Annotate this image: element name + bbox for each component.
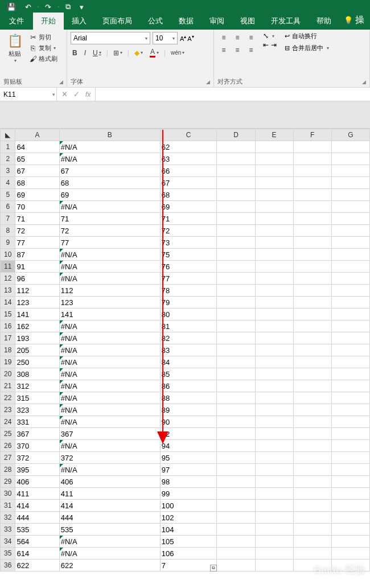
phonetic-button[interactable]: wén▾ bbox=[169, 48, 186, 57]
cell[interactable]: 87 bbox=[15, 249, 59, 261]
cell[interactable] bbox=[293, 201, 331, 213]
cell[interactable] bbox=[217, 261, 255, 273]
cell[interactable] bbox=[255, 404, 293, 416]
cell[interactable] bbox=[331, 356, 369, 368]
row-header[interactable]: 27 bbox=[1, 452, 15, 464]
cell[interactable]: 75 bbox=[160, 249, 217, 261]
cell[interactable] bbox=[331, 141, 369, 153]
cell[interactable] bbox=[255, 428, 293, 440]
cell[interactable] bbox=[217, 512, 255, 524]
cell[interactable] bbox=[293, 141, 331, 153]
font-size-combo[interactable]: 10▾ bbox=[153, 32, 178, 44]
row-header[interactable]: 10 bbox=[1, 249, 15, 261]
cell[interactable]: 102 bbox=[160, 512, 217, 524]
row-header[interactable]: 26 bbox=[1, 440, 15, 452]
worksheet-grid[interactable]: ◣ABCDEFG 164#N/A62265#N/A633676766468686… bbox=[0, 129, 370, 571]
cell[interactable]: 68 bbox=[59, 177, 160, 189]
cell[interactable]: 99 bbox=[160, 488, 217, 500]
align-center-button[interactable]: ≡ bbox=[231, 44, 244, 56]
cell[interactable]: 411 bbox=[15, 488, 59, 500]
cell[interactable] bbox=[331, 309, 369, 320]
cell[interactable] bbox=[217, 189, 255, 201]
cell[interactable] bbox=[331, 368, 369, 380]
cell[interactable] bbox=[331, 488, 369, 500]
align-top-button[interactable]: ≡ bbox=[217, 32, 230, 43]
paste-button[interactable]: 📋 粘贴 ▾ bbox=[3, 32, 26, 64]
tab-数据[interactable]: 数据 bbox=[171, 13, 202, 30]
cell[interactable] bbox=[217, 141, 255, 153]
cell[interactable] bbox=[293, 189, 331, 201]
cell[interactable] bbox=[293, 500, 331, 512]
cell[interactable]: 331 bbox=[15, 416, 59, 428]
cell[interactable] bbox=[293, 297, 331, 309]
cell[interactable]: 63 bbox=[160, 153, 217, 165]
cancel-formula-button[interactable]: ✕ bbox=[61, 90, 68, 98]
cell[interactable] bbox=[293, 476, 331, 488]
cell[interactable]: 72 bbox=[160, 225, 217, 237]
clipboard-dialog-launcher[interactable]: ◢ bbox=[59, 79, 63, 85]
cell[interactable] bbox=[217, 464, 255, 476]
cell[interactable] bbox=[217, 368, 255, 380]
cell[interactable] bbox=[331, 189, 369, 201]
row-header[interactable]: 14 bbox=[1, 297, 15, 309]
cell[interactable] bbox=[331, 165, 369, 177]
cell[interactable]: 308 bbox=[15, 368, 59, 380]
cell[interactable]: 406 bbox=[59, 476, 160, 488]
cell[interactable] bbox=[331, 201, 369, 213]
cell[interactable]: 68 bbox=[160, 189, 217, 201]
format-painter-button[interactable]: 🖌格式刷 bbox=[28, 54, 57, 64]
cell[interactable]: 141 bbox=[59, 309, 160, 320]
cell[interactable] bbox=[293, 165, 331, 177]
cell[interactable] bbox=[217, 225, 255, 237]
autofill-options-button[interactable]: ⧉ bbox=[210, 565, 217, 571]
cell[interactable] bbox=[255, 344, 293, 356]
cell[interactable]: #N/A bbox=[59, 548, 160, 560]
cell[interactable]: 72 bbox=[59, 225, 160, 237]
cell[interactable]: 78 bbox=[160, 285, 217, 297]
cell[interactable] bbox=[293, 177, 331, 189]
row-header[interactable]: 33 bbox=[1, 524, 15, 536]
cell[interactable]: 414 bbox=[59, 500, 160, 512]
row-header[interactable]: 18 bbox=[1, 344, 15, 356]
cell[interactable] bbox=[255, 356, 293, 368]
cell[interactable]: 71 bbox=[59, 213, 160, 225]
cell[interactable] bbox=[217, 524, 255, 536]
row-header[interactable]: 30 bbox=[1, 488, 15, 500]
col-header-G[interactable]: G bbox=[331, 129, 369, 141]
italic-button[interactable]: I bbox=[83, 48, 88, 58]
cell[interactable] bbox=[217, 416, 255, 428]
select-all-corner[interactable]: ◣ bbox=[1, 129, 15, 141]
cell[interactable]: 88 bbox=[160, 392, 217, 404]
cell[interactable]: 622 bbox=[59, 560, 160, 571]
cell[interactable]: 62 bbox=[160, 141, 217, 153]
row-header[interactable]: 34 bbox=[1, 536, 15, 548]
row-header[interactable]: 13 bbox=[1, 285, 15, 297]
cell[interactable]: 70 bbox=[15, 201, 59, 213]
cell[interactable]: 71 bbox=[160, 213, 217, 225]
cell[interactable]: 69 bbox=[160, 201, 217, 213]
cell[interactable]: 367 bbox=[59, 428, 160, 440]
undo-icon[interactable]: ↶ bbox=[22, 2, 35, 13]
cell[interactable] bbox=[293, 285, 331, 297]
tab-开发工具[interactable]: 开发工具 bbox=[263, 13, 309, 30]
cell[interactable] bbox=[293, 309, 331, 320]
cell[interactable] bbox=[217, 249, 255, 261]
cell[interactable] bbox=[255, 488, 293, 500]
cell[interactable] bbox=[255, 285, 293, 297]
cell[interactable]: 94 bbox=[160, 440, 217, 452]
chevron-down-icon[interactable]: ▾ bbox=[52, 92, 55, 97]
cell[interactable] bbox=[293, 320, 331, 332]
cell[interactable] bbox=[217, 285, 255, 297]
tab-公式[interactable]: 公式 bbox=[140, 13, 171, 30]
row-header[interactable]: 29 bbox=[1, 476, 15, 488]
cell[interactable]: 68 bbox=[15, 177, 59, 189]
cell[interactable]: 69 bbox=[59, 189, 160, 201]
cell[interactable]: 96 bbox=[15, 273, 59, 285]
border-button[interactable]: ⊞▾ bbox=[112, 48, 124, 58]
cell[interactable] bbox=[217, 452, 255, 464]
row-header[interactable]: 4 bbox=[1, 177, 15, 189]
cell[interactable] bbox=[255, 464, 293, 476]
name-box[interactable]: K11 ▾ bbox=[0, 88, 57, 101]
cell[interactable]: 372 bbox=[15, 452, 59, 464]
cell[interactable] bbox=[331, 548, 369, 560]
